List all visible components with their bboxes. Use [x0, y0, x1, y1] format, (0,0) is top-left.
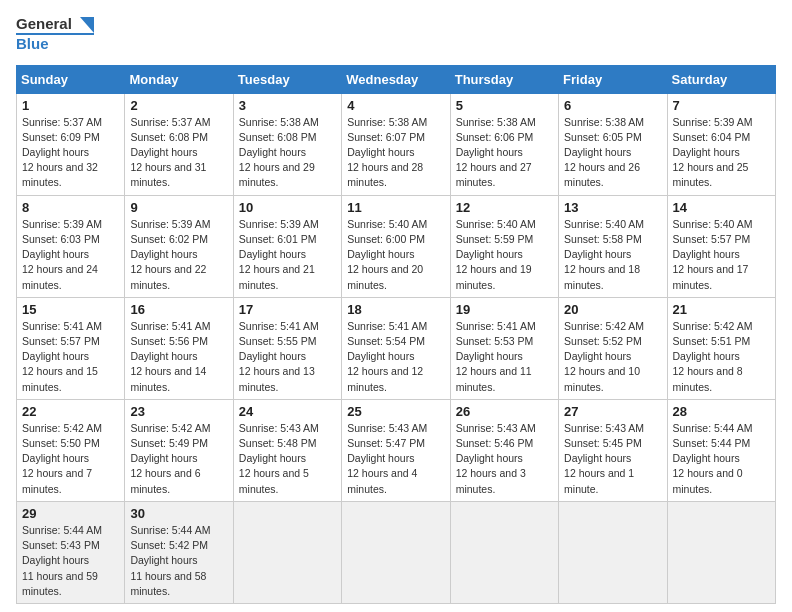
weekday-header: Monday — [125, 65, 233, 93]
calendar-cell: 13 Sunrise: 5:40 AMSunset: 5:58 PMDaylig… — [559, 195, 667, 297]
logo-general: General — [16, 16, 94, 33]
day-info: Sunrise: 5:43 AMSunset: 5:45 PMDaylight … — [564, 421, 661, 497]
day-number: 23 — [130, 404, 227, 419]
calendar-cell: 11 Sunrise: 5:40 AMSunset: 6:00 PMDaylig… — [342, 195, 450, 297]
day-info: Sunrise: 5:43 AMSunset: 5:47 PMDaylight … — [347, 421, 444, 497]
page-header: General Blue — [16, 16, 776, 53]
day-number: 29 — [22, 506, 119, 521]
day-number: 24 — [239, 404, 336, 419]
calendar-cell: 20 Sunrise: 5:42 AMSunset: 5:52 PMDaylig… — [559, 297, 667, 399]
day-number: 15 — [22, 302, 119, 317]
calendar-cell: 6 Sunrise: 5:38 AMSunset: 6:05 PMDayligh… — [559, 93, 667, 195]
day-number: 11 — [347, 200, 444, 215]
day-number: 8 — [22, 200, 119, 215]
calendar-cell: 1 Sunrise: 5:37 AMSunset: 6:09 PMDayligh… — [17, 93, 125, 195]
day-number: 6 — [564, 98, 661, 113]
day-info: Sunrise: 5:39 AMSunset: 6:04 PMDaylight … — [673, 115, 770, 191]
logo-blue: Blue — [16, 33, 94, 53]
weekday-header: Sunday — [17, 65, 125, 93]
calendar-week-row: 1 Sunrise: 5:37 AMSunset: 6:09 PMDayligh… — [17, 93, 776, 195]
calendar-cell: 10 Sunrise: 5:39 AMSunset: 6:01 PMDaylig… — [233, 195, 341, 297]
calendar-cell: 5 Sunrise: 5:38 AMSunset: 6:06 PMDayligh… — [450, 93, 558, 195]
calendar-cell — [667, 501, 775, 603]
day-info: Sunrise: 5:40 AMSunset: 6:00 PMDaylight … — [347, 217, 444, 293]
calendar-cell — [233, 501, 341, 603]
day-number: 5 — [456, 98, 553, 113]
calendar-cell: 28 Sunrise: 5:44 AMSunset: 5:44 PMDaylig… — [667, 399, 775, 501]
day-number: 20 — [564, 302, 661, 317]
day-info: Sunrise: 5:41 AMSunset: 5:55 PMDaylight … — [239, 319, 336, 395]
calendar-cell: 24 Sunrise: 5:43 AMSunset: 5:48 PMDaylig… — [233, 399, 341, 501]
day-info: Sunrise: 5:38 AMSunset: 6:05 PMDaylight … — [564, 115, 661, 191]
logo-text-block: General Blue — [16, 16, 94, 53]
day-info: Sunrise: 5:37 AMSunset: 6:09 PMDaylight … — [22, 115, 119, 191]
day-info: Sunrise: 5:40 AMSunset: 5:59 PMDaylight … — [456, 217, 553, 293]
day-info: Sunrise: 5:37 AMSunset: 6:08 PMDaylight … — [130, 115, 227, 191]
day-info: Sunrise: 5:43 AMSunset: 5:46 PMDaylight … — [456, 421, 553, 497]
day-info: Sunrise: 5:39 AMSunset: 6:03 PMDaylight … — [22, 217, 119, 293]
day-info: Sunrise: 5:40 AMSunset: 5:57 PMDaylight … — [673, 217, 770, 293]
calendar-cell: 23 Sunrise: 5:42 AMSunset: 5:49 PMDaylig… — [125, 399, 233, 501]
day-info: Sunrise: 5:38 AMSunset: 6:07 PMDaylight … — [347, 115, 444, 191]
day-info: Sunrise: 5:39 AMSunset: 6:02 PMDaylight … — [130, 217, 227, 293]
day-number: 2 — [130, 98, 227, 113]
calendar-cell: 25 Sunrise: 5:43 AMSunset: 5:47 PMDaylig… — [342, 399, 450, 501]
calendar-cell: 18 Sunrise: 5:41 AMSunset: 5:54 PMDaylig… — [342, 297, 450, 399]
calendar-cell: 29 Sunrise: 5:44 AMSunset: 5:43 PMDaylig… — [17, 501, 125, 603]
day-number: 7 — [673, 98, 770, 113]
calendar-cell: 15 Sunrise: 5:41 AMSunset: 5:57 PMDaylig… — [17, 297, 125, 399]
calendar-week-row: 15 Sunrise: 5:41 AMSunset: 5:57 PMDaylig… — [17, 297, 776, 399]
calendar-week-row: 8 Sunrise: 5:39 AMSunset: 6:03 PMDayligh… — [17, 195, 776, 297]
calendar-cell: 4 Sunrise: 5:38 AMSunset: 6:07 PMDayligh… — [342, 93, 450, 195]
calendar-header-row: SundayMondayTuesdayWednesdayThursdayFrid… — [17, 65, 776, 93]
calendar-cell: 17 Sunrise: 5:41 AMSunset: 5:55 PMDaylig… — [233, 297, 341, 399]
day-info: Sunrise: 5:41 AMSunset: 5:54 PMDaylight … — [347, 319, 444, 395]
calendar-cell: 3 Sunrise: 5:38 AMSunset: 6:08 PMDayligh… — [233, 93, 341, 195]
weekday-header: Wednesday — [342, 65, 450, 93]
day-number: 18 — [347, 302, 444, 317]
calendar-cell: 16 Sunrise: 5:41 AMSunset: 5:56 PMDaylig… — [125, 297, 233, 399]
calendar-cell: 12 Sunrise: 5:40 AMSunset: 5:59 PMDaylig… — [450, 195, 558, 297]
day-info: Sunrise: 5:40 AMSunset: 5:58 PMDaylight … — [564, 217, 661, 293]
calendar-cell: 22 Sunrise: 5:42 AMSunset: 5:50 PMDaylig… — [17, 399, 125, 501]
logo: General Blue — [16, 16, 94, 53]
day-info: Sunrise: 5:44 AMSunset: 5:42 PMDaylight … — [130, 523, 227, 599]
weekday-header: Saturday — [667, 65, 775, 93]
day-number: 13 — [564, 200, 661, 215]
calendar-cell: 27 Sunrise: 5:43 AMSunset: 5:45 PMDaylig… — [559, 399, 667, 501]
day-number: 1 — [22, 98, 119, 113]
day-info: Sunrise: 5:42 AMSunset: 5:49 PMDaylight … — [130, 421, 227, 497]
day-number: 28 — [673, 404, 770, 419]
day-number: 3 — [239, 98, 336, 113]
day-number: 25 — [347, 404, 444, 419]
svg-marker-0 — [80, 17, 94, 33]
day-info: Sunrise: 5:42 AMSunset: 5:51 PMDaylight … — [673, 319, 770, 395]
day-number: 16 — [130, 302, 227, 317]
day-number: 10 — [239, 200, 336, 215]
day-number: 4 — [347, 98, 444, 113]
day-info: Sunrise: 5:38 AMSunset: 6:06 PMDaylight … — [456, 115, 553, 191]
day-info: Sunrise: 5:41 AMSunset: 5:53 PMDaylight … — [456, 319, 553, 395]
day-number: 19 — [456, 302, 553, 317]
day-number: 14 — [673, 200, 770, 215]
weekday-header: Friday — [559, 65, 667, 93]
day-number: 26 — [456, 404, 553, 419]
day-info: Sunrise: 5:39 AMSunset: 6:01 PMDaylight … — [239, 217, 336, 293]
calendar-cell: 26 Sunrise: 5:43 AMSunset: 5:46 PMDaylig… — [450, 399, 558, 501]
calendar-cell: 30 Sunrise: 5:44 AMSunset: 5:42 PMDaylig… — [125, 501, 233, 603]
calendar-cell: 7 Sunrise: 5:39 AMSunset: 6:04 PMDayligh… — [667, 93, 775, 195]
day-info: Sunrise: 5:38 AMSunset: 6:08 PMDaylight … — [239, 115, 336, 191]
day-number: 12 — [456, 200, 553, 215]
day-number: 27 — [564, 404, 661, 419]
day-info: Sunrise: 5:44 AMSunset: 5:44 PMDaylight … — [673, 421, 770, 497]
calendar-cell — [342, 501, 450, 603]
day-info: Sunrise: 5:42 AMSunset: 5:52 PMDaylight … — [564, 319, 661, 395]
calendar-cell: 9 Sunrise: 5:39 AMSunset: 6:02 PMDayligh… — [125, 195, 233, 297]
calendar-cell: 21 Sunrise: 5:42 AMSunset: 5:51 PMDaylig… — [667, 297, 775, 399]
weekday-header: Tuesday — [233, 65, 341, 93]
day-info: Sunrise: 5:43 AMSunset: 5:48 PMDaylight … — [239, 421, 336, 497]
weekday-header: Thursday — [450, 65, 558, 93]
calendar-cell — [559, 501, 667, 603]
day-info: Sunrise: 5:44 AMSunset: 5:43 PMDaylight … — [22, 523, 119, 599]
calendar-cell: 8 Sunrise: 5:39 AMSunset: 6:03 PMDayligh… — [17, 195, 125, 297]
